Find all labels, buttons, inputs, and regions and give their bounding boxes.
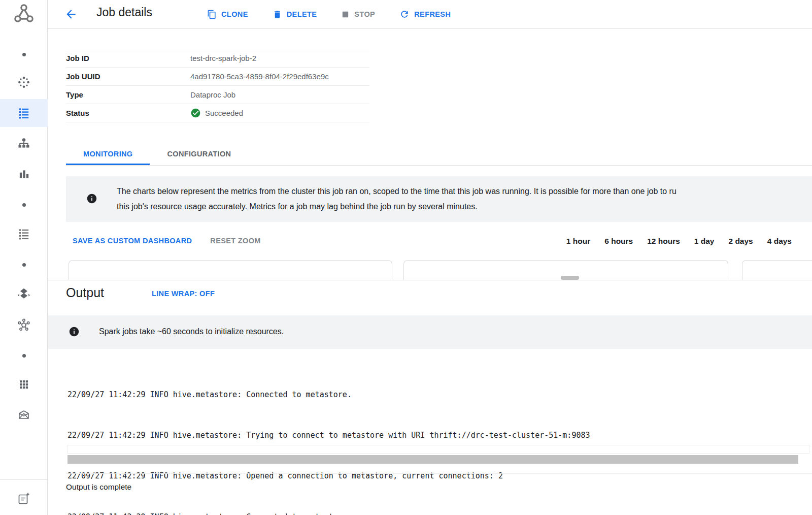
dataproc-logo-icon xyxy=(12,2,36,26)
job-id-value: test-drc-spark-job-2 xyxy=(190,54,256,62)
sidebar-item-hub[interactable] xyxy=(0,314,48,335)
job-details-page: Job details CLONE DELETE STOP REFRESH xyxy=(0,0,812,515)
job-info-table: Job ID test-drc-spark-job-2 Job UUID 4ad… xyxy=(66,49,369,122)
status-badge: Succeeded xyxy=(205,109,243,117)
dataproc-logo xyxy=(0,2,48,26)
tab-bar: MONITORING CONFIGURATION xyxy=(66,143,812,166)
check-circle-icon xyxy=(190,108,201,118)
trash-icon xyxy=(273,10,282,19)
refresh-label: REFRESH xyxy=(414,10,451,18)
table-row: Job ID test-drc-spark-job-2 xyxy=(66,49,369,68)
log-line: 22/09/27 11:42:29 INFO hive.metastore: C… xyxy=(67,388,650,402)
grid-icon xyxy=(18,378,30,391)
dot-icon xyxy=(22,354,26,358)
metrics-info-line-1: The charts below represent the metrics f… xyxy=(117,184,676,199)
back-arrow-icon xyxy=(64,8,78,21)
log-line: 22/09/27 11:42:29 INFO hive.metastore: C… xyxy=(67,510,650,515)
sidebar-item-release-notes[interactable] xyxy=(0,489,48,509)
time-range-1-day[interactable]: 1 day xyxy=(694,237,715,246)
time-range-12-hours[interactable]: 12 hours xyxy=(647,237,680,246)
sidebar-item-labs[interactable] xyxy=(0,405,48,425)
dashboard-actions: SAVE AS CUSTOM DASHBOARD RESET ZOOM xyxy=(73,237,261,245)
time-range-6-hours[interactable]: 6 hours xyxy=(604,237,633,246)
sidebar-item-metastore[interactable] xyxy=(0,283,48,304)
log-bottom-border xyxy=(66,473,812,474)
log-scroll-track xyxy=(67,445,809,454)
header-actions: CLONE DELETE STOP REFRESH xyxy=(207,0,451,28)
info-icon xyxy=(69,326,80,337)
sidebar-item-workflows[interactable] xyxy=(0,134,48,154)
log-horizontal-scrollbar[interactable] xyxy=(67,455,798,464)
time-range-selector: 1 hour 6 hours 12 hours 1 day 2 days 4 d… xyxy=(566,237,792,246)
spark-info-banner: Spark jobs take ~60 seconds to initializ… xyxy=(48,315,812,349)
save-as-custom-dashboard-button[interactable]: SAVE AS CUSTOM DASHBOARD xyxy=(73,237,192,245)
layers-diamonds-icon xyxy=(17,287,30,300)
job-id-label: Job ID xyxy=(66,54,190,62)
time-range-4-days[interactable]: 4 days xyxy=(767,237,792,246)
clone-label: CLONE xyxy=(221,10,248,18)
info-icon xyxy=(86,193,97,204)
type-label: Type xyxy=(66,90,190,99)
table-row: Status Succeeded xyxy=(66,104,369,122)
left-nav-sidebar xyxy=(0,0,48,515)
sidebar-item-2[interactable] xyxy=(0,195,48,215)
time-range-1-hour[interactable]: 1 hour xyxy=(566,237,590,246)
status-value: Succeeded xyxy=(190,108,243,118)
bar-chart-icon xyxy=(17,168,30,181)
metrics-info-banner: The charts below represent the metrics f… xyxy=(66,176,812,222)
refresh-icon xyxy=(399,9,410,19)
back-button[interactable] xyxy=(63,6,79,22)
jobs-list-icon xyxy=(17,106,30,119)
log-line: 22/09/27 11:42:29 INFO hive.metastore: T… xyxy=(67,429,650,442)
origami-icon xyxy=(17,408,31,422)
type-value: Dataproc Job xyxy=(190,90,235,99)
sidebar-item-3[interactable] xyxy=(0,254,48,275)
panel-divider xyxy=(0,280,812,280)
delete-button[interactable]: DELETE xyxy=(273,10,317,19)
metrics-info-text: The charts below represent the metrics f… xyxy=(117,184,676,214)
table-row: Type Dataproc Job xyxy=(66,86,369,104)
time-range-2-days[interactable]: 2 days xyxy=(728,237,753,246)
sidebar-item-jobs[interactable] xyxy=(0,103,48,123)
job-uuid-label: Job UUID xyxy=(66,72,190,81)
panel-drag-handle[interactable] xyxy=(561,276,579,280)
status-label: Status xyxy=(66,109,190,117)
stop-label: STOP xyxy=(354,10,375,18)
header-divider xyxy=(0,28,812,29)
job-output-log: 22/09/27 11:42:29 INFO hive.metastore: C… xyxy=(67,361,650,515)
hub-network-icon xyxy=(17,318,30,331)
refresh-button[interactable]: REFRESH xyxy=(399,9,451,19)
sidebar-item-metrics[interactable] xyxy=(0,164,48,184)
copy-icon xyxy=(207,10,217,19)
dot-icon xyxy=(22,203,26,207)
metrics-info-line-2: this job's resource usage accurately. Me… xyxy=(117,199,676,214)
spark-info-text: Spark jobs take ~60 seconds to initializ… xyxy=(99,327,284,336)
sidebar-item-apps[interactable] xyxy=(0,374,48,395)
table-row: Job UUID 4ad91780-5ca3-4859-8f04-2f29edf… xyxy=(66,68,369,86)
stop-button[interactable]: STOP xyxy=(341,10,375,19)
reset-zoom-button[interactable]: RESET ZOOM xyxy=(210,237,260,245)
tab-configuration[interactable]: CONFIGURATION xyxy=(150,143,248,165)
doc-sparkle-icon xyxy=(17,492,31,506)
sidebar-item-list[interactable] xyxy=(0,223,48,244)
dot-icon xyxy=(22,263,26,267)
sidebar-item-4[interactable] xyxy=(0,345,48,366)
output-complete-status: Output is complete xyxy=(66,482,131,492)
line-wrap-toggle[interactable]: LINE WRAP: OFF xyxy=(152,289,215,298)
clone-button[interactable]: CLONE xyxy=(207,10,248,19)
workflow-tree-icon xyxy=(17,137,30,150)
delete-label: DELETE xyxy=(287,10,317,18)
job-uuid-value: 4ad91780-5ca3-4859-8f04-2f29edf63e9c xyxy=(190,72,329,81)
list-icon xyxy=(17,227,30,240)
chart-card-3 xyxy=(742,260,812,280)
stop-icon xyxy=(341,10,350,19)
output-section-title: Output xyxy=(66,285,104,300)
page-title: Job details xyxy=(96,6,152,19)
tab-monitoring[interactable]: MONITORING xyxy=(66,143,150,165)
sidebar-item-1[interactable] xyxy=(0,44,48,65)
cluster-dots-icon xyxy=(17,76,30,89)
chart-card-1 xyxy=(69,260,392,280)
dot-icon xyxy=(22,53,26,56)
sidebar-item-clusters[interactable] xyxy=(0,72,48,92)
log-line: 22/09/27 11:42:29 INFO hive.metastore: O… xyxy=(67,469,650,483)
